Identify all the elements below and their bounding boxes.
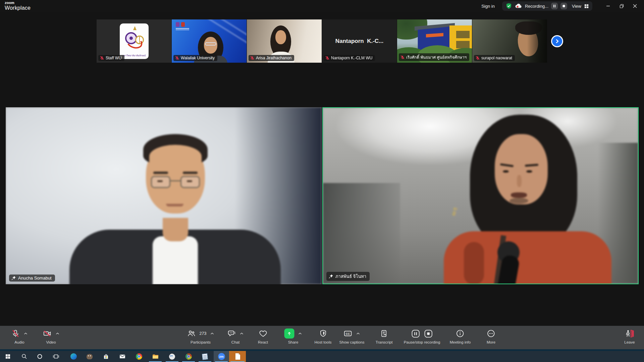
participant-name-pill: Arisa Jirathachanon	[249, 55, 294, 61]
chat-icon	[227, 329, 236, 338]
chevron-up-icon[interactable]	[240, 332, 244, 335]
document-app-icon-flashing[interactable]	[229, 351, 246, 362]
filmstrip-tile-surapol[interactable]: surapol naowarat	[472, 19, 547, 63]
share-button[interactable]: Share	[284, 328, 302, 344]
stage-name-pill: ภาสพันธ์ จิโนทา	[326, 272, 370, 281]
participant-name-pill: Staff WU	[98, 55, 124, 61]
participant-name-pill: เริงศักดิ์ พันธมาศ ศูนย์สหกิจศึกษาฯ	[399, 53, 469, 61]
chrome-app-icon[interactable]	[131, 351, 147, 362]
filmstrip-tile-nantaporn[interactable]: Nantaporn K.-C... Nantaporn K.-CLM WU	[322, 19, 397, 63]
muted-mic-icon	[175, 56, 179, 60]
info-icon	[456, 329, 465, 338]
chat-button[interactable]: Chat	[227, 328, 244, 344]
store-bag-icon	[103, 354, 109, 360]
cortana-button[interactable]	[32, 351, 47, 362]
muted-mic-icon	[100, 56, 104, 60]
file-explorer-app-icon[interactable]	[148, 351, 163, 362]
sign-in-button[interactable]: Sign in	[479, 2, 497, 10]
taskbar-search-button[interactable]	[16, 351, 32, 362]
notepad-app-icon[interactable]	[197, 351, 213, 362]
gimp-app-icon[interactable]	[82, 351, 97, 362]
chevron-up-icon[interactable]	[298, 332, 302, 335]
task-view-button[interactable]	[48, 351, 64, 362]
muted-mic-icon	[400, 55, 405, 60]
chrome-canary-app-icon[interactable]	[181, 351, 196, 362]
recording-controls: Recording... View	[502, 1, 592, 11]
chevron-up-icon[interactable]	[210, 332, 214, 335]
transcript-button[interactable]: Transcript	[376, 328, 393, 344]
cortana-icon	[37, 354, 43, 359]
filmstrip-tile-arisa[interactable]: Arisa Jirathachanon	[247, 19, 322, 63]
filmstrip-tile-walailak-university[interactable]: Walailak University	[172, 19, 247, 63]
zoom-app-icon-active[interactable]: zm	[214, 351, 229, 362]
participants-count: 273	[200, 331, 207, 336]
camera-off-name-text: Nantaporn K.-C...	[335, 38, 384, 45]
task-view-icon	[53, 354, 59, 359]
closed-captions-icon: CC	[343, 329, 353, 338]
cloud-recording-icon	[515, 3, 522, 9]
background-logo-icon	[181, 22, 185, 27]
participant-name-pill: surapol naowarat	[474, 55, 515, 61]
pause-recording-button[interactable]	[551, 3, 558, 9]
muted-mic-icon	[325, 56, 330, 60]
pause-stop-recording-button[interactable]: Pause/stop recording	[404, 328, 440, 344]
chevron-up-icon[interactable]	[24, 332, 28, 335]
view-button-label[interactable]: View	[572, 4, 581, 9]
meeting-info-button[interactable]: Meeting info	[450, 328, 471, 344]
recording-status-label: Recording...	[525, 4, 548, 9]
stage-name-pill: Anucha Somabut	[9, 275, 55, 282]
mail-app-icon[interactable]	[115, 351, 130, 362]
minimize-button[interactable]	[602, 1, 614, 11]
windows-taskbar: zm ENG 15:17 31/7/2568 1	[0, 351, 644, 362]
heart-icon	[258, 329, 267, 338]
participant-name-pill: Nantaporn K.-CLM WU	[324, 55, 375, 61]
filmstrip-tile-staff-wu[interactable]: มหาวิทยาลัยวลัยลักษณ์ Staff WU	[97, 19, 171, 63]
zoom-workplace-logo: zoom Workplace	[5, 1, 31, 11]
audio-button[interactable]: Audio	[11, 328, 28, 344]
university-logo-card: มหาวิทยาลัยวลัยลักษณ์	[120, 23, 149, 59]
leave-door-icon	[625, 329, 635, 338]
windows-logo-icon	[5, 354, 10, 359]
edge-app-icon[interactable]	[66, 351, 81, 362]
titlebar: zoom Workplace Sign in Recording... Vie	[0, 0, 644, 12]
pin-icon	[11, 276, 16, 281]
close-button[interactable]	[629, 1, 641, 11]
muted-mic-icon	[475, 56, 480, 60]
pin-icon	[328, 274, 333, 279]
start-button[interactable]	[0, 351, 15, 362]
zoom-meeting-window: zoom Workplace Sign in Recording... Vie	[0, 0, 644, 362]
share-screen-icon	[284, 328, 294, 339]
show-captions-button[interactable]: CC Show captions	[339, 328, 365, 344]
chevron-up-icon[interactable]	[356, 332, 360, 335]
stop-recording-button[interactable]	[560, 3, 567, 9]
zoom-app-badge: zm	[218, 353, 225, 360]
muted-camera-icon	[43, 329, 52, 338]
svg-text:CC: CC	[346, 332, 350, 336]
muted-mic-icon	[250, 56, 255, 60]
next-participants-page-button[interactable]	[551, 35, 563, 47]
stage-video-active-speaker[interactable]: 60 ปี ภาสพันธ์ จิโนทา	[322, 107, 639, 284]
ellipsis-icon	[487, 329, 495, 338]
stage-video-anucha[interactable]: Anucha Somabut	[6, 107, 322, 284]
video-button[interactable]: Video	[43, 328, 60, 344]
react-button[interactable]: React	[258, 328, 268, 344]
envelope-icon	[119, 354, 125, 359]
pause-icon	[411, 329, 420, 338]
leave-button[interactable]: Leave	[624, 328, 635, 344]
microsoft-store-app-icon[interactable]	[98, 351, 114, 362]
stop-icon	[424, 329, 433, 338]
host-tools-button[interactable]: Host tools	[314, 328, 331, 344]
transcript-icon	[380, 329, 388, 338]
security-shield-icon[interactable]	[505, 3, 512, 9]
chevron-up-icon[interactable]	[56, 332, 60, 335]
participant-name-pill: Walailak University	[173, 55, 217, 61]
more-button[interactable]: More	[487, 328, 495, 344]
restore-button[interactable]	[616, 1, 627, 11]
participants-button[interactable]: 273 Participants	[187, 328, 214, 344]
filmstrip-tile-roengsak[interactable]: เริงศักดิ์ พันธมาศ ศูนย์สหกิจศึกษาฯ	[397, 19, 472, 63]
view-grid-icon[interactable]	[584, 4, 589, 9]
brand-zoom: zoom	[5, 1, 31, 5]
snipping-tool-app-icon[interactable]	[164, 351, 180, 362]
document-icon	[235, 353, 240, 360]
brand-workplace: Workplace	[5, 5, 31, 11]
